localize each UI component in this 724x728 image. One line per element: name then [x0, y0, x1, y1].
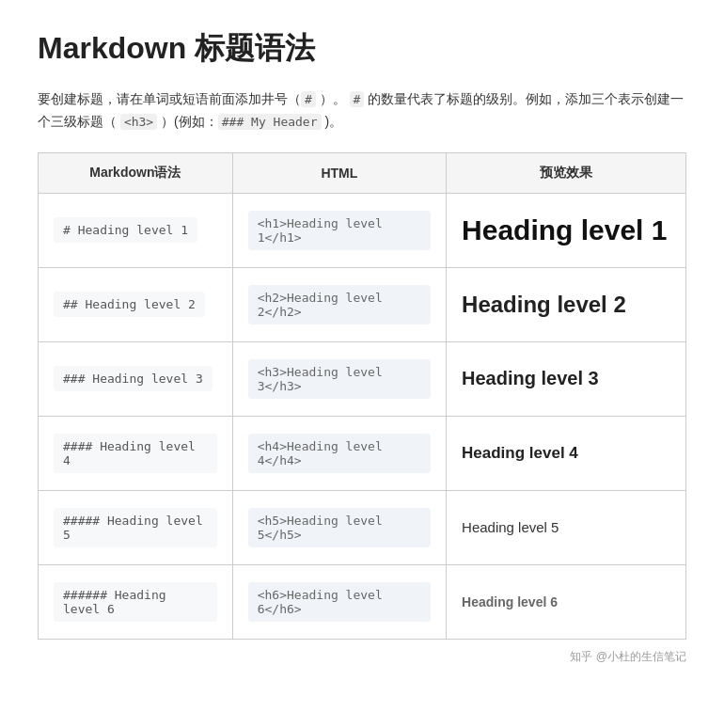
preview-text: Heading level 6: [462, 594, 558, 609]
html-cell: <h4>Heading level 4</h4>: [232, 416, 446, 490]
html-code: <h3>Heading level 3</h3>: [248, 359, 431, 399]
markdown-code: ###### Heading level 6: [54, 582, 217, 622]
markdown-cell: #### Heading level 4: [39, 416, 233, 490]
markdown-code: ### Heading level 3: [54, 366, 212, 391]
page-title: Markdown 标题语法: [38, 28, 686, 70]
table-row: ### Heading level 3<h3>Heading level 3</…: [39, 341, 686, 416]
hash-symbol-2: #: [350, 91, 365, 107]
markdown-code: #### Heading level 4: [54, 434, 217, 473]
html-cell: <h5>Heading level 5</h5>: [232, 490, 446, 564]
preview-cell: Heading level 6: [447, 564, 686, 639]
heading-table: Markdown语法 HTML 预览效果 # Heading level 1<h…: [38, 152, 686, 640]
preview-cell: Heading level 5: [447, 490, 686, 564]
html-cell: <h2>Heading level 2</h2>: [232, 267, 446, 341]
html-code: <h4>Heading level 4</h4>: [248, 434, 431, 473]
table-row: #### Heading level 4<h4>Heading level 4<…: [39, 416, 686, 490]
markdown-code: # Heading level 1: [54, 217, 197, 243]
html-code: <h2>Heading level 2</h2>: [248, 285, 431, 324]
preview-text: Heading level 4: [462, 444, 578, 462]
table-row: ##### Heading level 5<h5>Heading level 5…: [39, 490, 686, 564]
html-code: <h1>Heading level 1</h1>: [248, 211, 431, 250]
preview-cell: Heading level 3: [447, 341, 686, 416]
html-code: <h6>Heading level 6</h6>: [248, 582, 431, 622]
table-row: ###### Heading level 6<h6>Heading level …: [39, 564, 686, 639]
table-row: ## Heading level 2<h2>Heading level 2</h…: [39, 267, 686, 341]
col-header-markdown: Markdown语法: [39, 152, 233, 193]
col-header-preview: 预览效果: [447, 152, 686, 193]
html-cell: <h3>Heading level 3</h3>: [232, 341, 446, 416]
markdown-cell: ### Heading level 3: [39, 341, 233, 416]
markdown-cell: ## Heading level 2: [39, 267, 233, 341]
preview-cell: Heading level 2: [447, 267, 686, 341]
hash-symbol: #: [301, 91, 316, 107]
watermark: 知乎 @小杜的生信笔记: [38, 649, 686, 665]
markdown-cell: ###### Heading level 6: [39, 564, 233, 639]
preview-text: Heading level 1: [462, 214, 667, 245]
table-row: # Heading level 1<h1>Heading level 1</h1…: [39, 193, 686, 267]
intro-paragraph: 要创建标题，请在单词或短语前面添加井号（# ）。 # 的数量代表了标题的级别。例…: [38, 88, 686, 134]
html-code: <h5>Heading level 5</h5>: [248, 508, 431, 547]
example-header: ### My Header: [218, 114, 322, 130]
col-header-html: HTML: [232, 152, 446, 193]
html-cell: <h1>Heading level 1</h1>: [232, 193, 446, 267]
h3-tag: <h3>: [120, 114, 157, 130]
preview-cell: Heading level 1: [447, 193, 686, 267]
preview-text: Heading level 2: [462, 292, 626, 317]
preview-text: Heading level 5: [462, 519, 559, 535]
preview-text: Heading level 3: [462, 368, 599, 388]
preview-cell: Heading level 4: [447, 416, 686, 490]
table-header-row: Markdown语法 HTML 预览效果: [39, 152, 686, 193]
markdown-code: ## Heading level 2: [54, 292, 205, 317]
markdown-code: ##### Heading level 5: [54, 508, 217, 547]
html-cell: <h6>Heading level 6</h6>: [232, 564, 446, 639]
markdown-cell: # Heading level 1: [39, 193, 233, 267]
markdown-cell: ##### Heading level 5: [39, 490, 233, 564]
